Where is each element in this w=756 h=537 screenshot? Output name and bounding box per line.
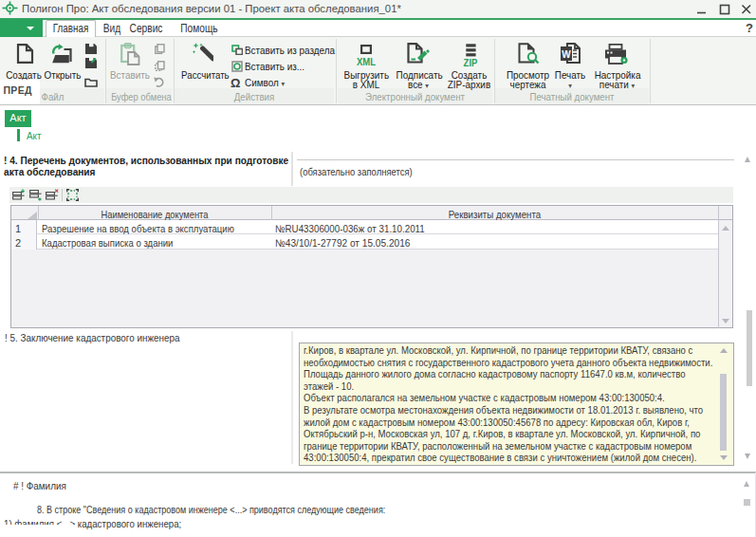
svg-text:W: W [562,49,571,60]
